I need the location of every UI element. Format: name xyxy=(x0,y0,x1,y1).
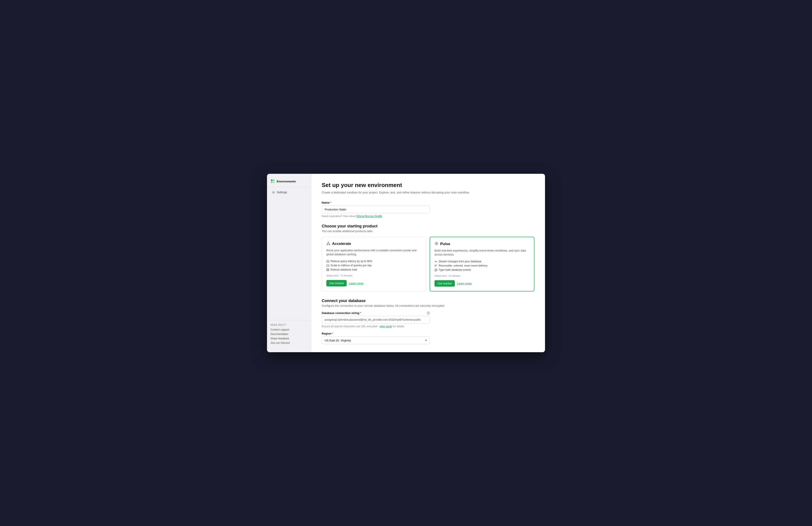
accelerate-learn-more-button[interactable]: Learn more xyxy=(349,282,363,285)
name-required-star: * xyxy=(330,201,331,204)
pulse-get-started-button[interactable]: Get started xyxy=(434,280,455,287)
sidebar-title: Environments xyxy=(277,180,296,183)
app-logo-icon xyxy=(271,179,275,184)
database-icon xyxy=(327,268,329,271)
sidebar-header: Environments xyxy=(267,177,311,187)
svg-rect-7 xyxy=(327,265,329,267)
accelerate-setup-time: Setup time: ~5 minutes xyxy=(327,274,421,277)
region-required-star: * xyxy=(332,332,333,335)
pulse-card[interactable]: Pulse Build real-time experiences, simpl… xyxy=(430,237,534,292)
share-feedback-link[interactable]: Share feedback xyxy=(271,336,307,341)
accelerate-card-header: Accelerate xyxy=(327,241,421,246)
connect-title: Connect your database xyxy=(322,299,534,303)
view-guide-link[interactable]: view guide xyxy=(379,325,392,328)
db-required-star: * xyxy=(360,311,361,315)
accelerate-actions: Get started Learn more xyxy=(327,280,421,286)
connect-database-section: Connect your database Configure the conn… xyxy=(322,299,534,344)
accelerate-features: Reduce query latency by up to 90% Scale … xyxy=(327,260,421,271)
sidebar-bottom: NEED HELP? Contact support Documentation… xyxy=(267,320,311,349)
product-cards: Accelerate Boost your application perfor… xyxy=(322,237,534,292)
stream-icon xyxy=(434,260,437,263)
accelerate-get-started-button[interactable]: Get started xyxy=(327,280,347,286)
shield-icon xyxy=(434,269,437,271)
need-help-label: NEED HELP? xyxy=(271,324,307,326)
accelerate-feature-2: Scale to millions of queries per day xyxy=(327,264,421,267)
svg-rect-0 xyxy=(271,180,273,181)
join-discord-link[interactable]: Join our Discord xyxy=(271,341,307,345)
region-label: Region * xyxy=(322,332,534,335)
db-label-row: Database connection string * xyxy=(322,311,430,315)
pulse-desc: Build real-time experiences, simplify ev… xyxy=(434,248,530,257)
pulse-setup-time: Setup time: ~8 minutes xyxy=(434,274,530,277)
svg-point-10 xyxy=(435,242,438,245)
svg-point-8 xyxy=(327,269,329,269)
accelerate-feature-1: Reduce query latency by up to 90% xyxy=(327,260,421,263)
pulse-learn-more-button[interactable]: Learn more xyxy=(457,282,472,285)
accelerate-feature-3: Reduce database load xyxy=(327,268,421,271)
region-select-wrapper: US East (N. Virginia) US West (Oregon) E… xyxy=(322,337,430,344)
starting-product-title: Choose your starting product xyxy=(322,224,534,229)
svg-point-14 xyxy=(428,314,429,314)
accelerate-card[interactable]: Accelerate Boost your application perfor… xyxy=(322,237,426,292)
name-section: Name * Need inspiration? How about Ethic… xyxy=(322,201,534,218)
pulse-feature-2: Resumable, ordered, exact event delivery xyxy=(434,264,530,267)
pulse-feature-1: Stream changes from your database xyxy=(434,260,530,263)
starting-product-section: Choose your starting product You can ena… xyxy=(322,224,534,292)
db-connection-input[interactable] xyxy=(322,316,430,324)
svg-point-9 xyxy=(436,243,437,244)
name-input[interactable] xyxy=(322,205,430,213)
page-title: Set up your new environment xyxy=(322,182,534,188)
pulse-actions: Get started Learn more xyxy=(434,280,530,287)
pulse-title: Pulse xyxy=(440,242,450,246)
inspiration-text: Need inspiration? How about Ethical Bron… xyxy=(322,215,534,218)
accelerate-icon xyxy=(327,241,330,246)
sidebar-item-settings[interactable]: Settings xyxy=(268,189,309,196)
svg-point-4 xyxy=(273,192,274,193)
main-content: Set up your new environment Create a ded… xyxy=(311,174,545,352)
pulse-feature-3: Type-Safe database events xyxy=(434,268,530,271)
svg-point-12 xyxy=(435,269,437,271)
name-label: Name * xyxy=(322,201,534,204)
svg-rect-2 xyxy=(271,182,273,183)
scale-icon xyxy=(327,264,329,267)
page-subtitle: Create a dedicated sandbox for your proj… xyxy=(322,190,534,195)
region-select[interactable]: US East (N. Virginia) US West (Oregon) E… xyxy=(322,337,430,344)
pulse-card-header: Pulse xyxy=(434,242,530,246)
settings-icon xyxy=(272,191,275,194)
accelerate-title: Accelerate xyxy=(332,242,351,246)
db-label: Database connection string * xyxy=(322,311,361,315)
documentation-link[interactable]: Documentation xyxy=(271,332,307,336)
starting-product-subtitle: You can enable additional products later… xyxy=(322,229,534,233)
connect-subtitle: Configure the connection to your remote … xyxy=(322,304,534,308)
svg-rect-1 xyxy=(273,180,275,181)
svg-rect-3 xyxy=(273,182,275,183)
clock-icon xyxy=(327,260,329,263)
accelerate-desc: Boost your application performance with … xyxy=(327,248,421,257)
sidebar: Environments Settings NEED HELP? Contact… xyxy=(267,174,311,352)
inspiration-link[interactable]: Ethical Bronze Giraffe xyxy=(356,215,382,218)
pulse-icon xyxy=(434,242,438,246)
settings-label: Settings xyxy=(277,190,287,194)
order-icon xyxy=(434,264,437,267)
contact-support-link[interactable]: Contact support xyxy=(271,327,307,332)
svg-marker-5 xyxy=(327,242,330,245)
help-icon[interactable] xyxy=(427,312,430,315)
pulse-features: Stream changes from your database Resuma… xyxy=(434,260,530,271)
encode-hint: Ensure all special characters are URL-en… xyxy=(322,325,534,328)
